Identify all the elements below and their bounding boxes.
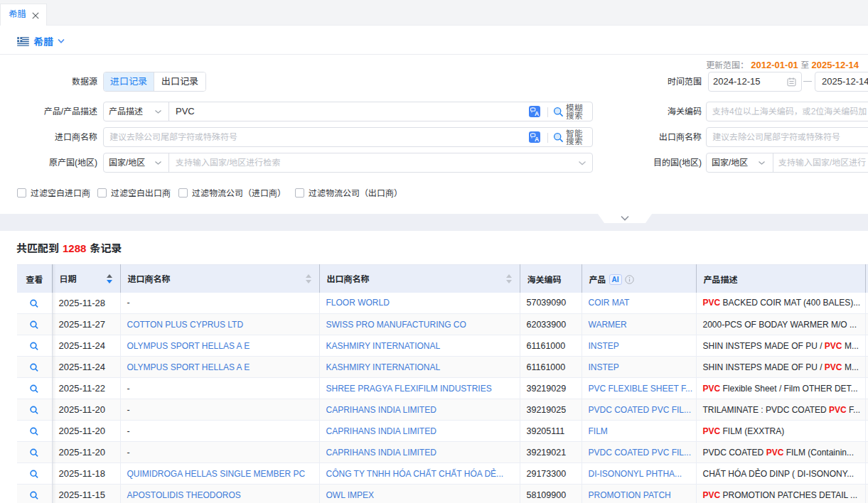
svg-text:A: A	[535, 110, 539, 117]
svg-text:A: A	[535, 136, 539, 143]
